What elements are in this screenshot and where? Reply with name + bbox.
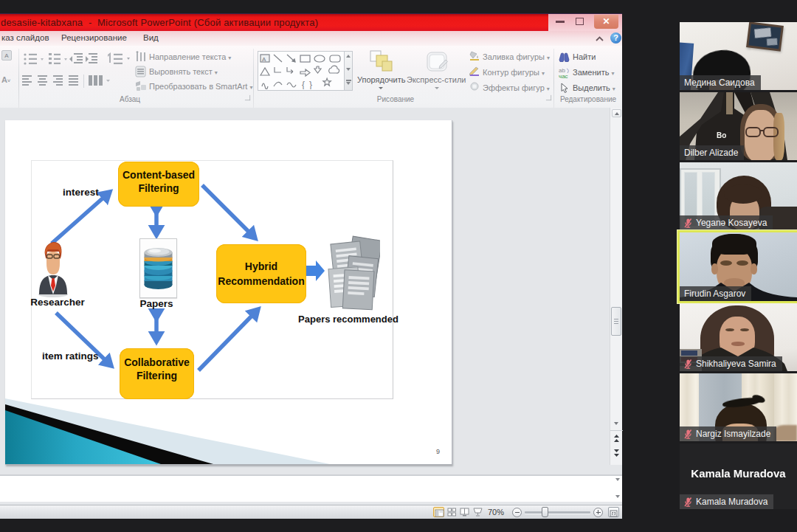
svg-text:{: { xyxy=(302,80,305,89)
svg-text:}: } xyxy=(309,80,312,89)
svg-text:час: час xyxy=(559,73,568,78)
svg-text:A: A xyxy=(262,56,266,63)
